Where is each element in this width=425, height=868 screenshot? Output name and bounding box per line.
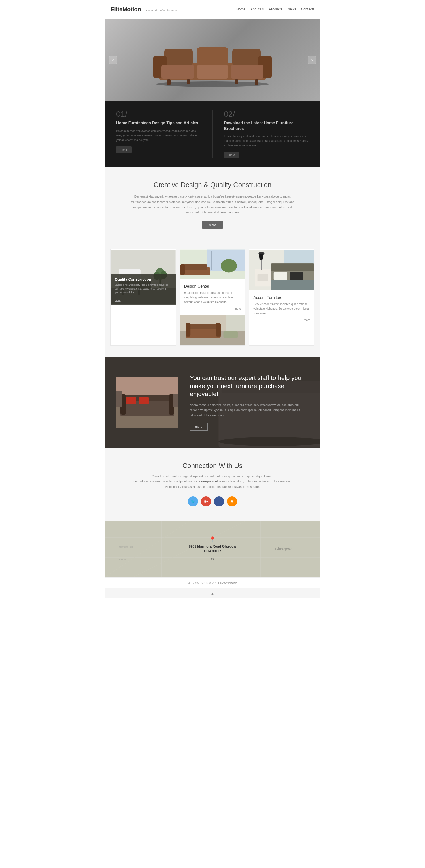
cards-section: Quality Construction Vaserbo nerafaes se… [105,243,320,357]
svg-rect-8 [197,65,228,79]
connection-title: Connection With Us [122,462,303,470]
dark-number-2: 02/ [224,110,309,119]
dark-more-btn-2[interactable]: more [224,152,240,158]
svg-rect-32 [180,265,185,275]
scroll-top-icon: ▲ [210,591,215,596]
card-accent-link[interactable]: more [253,318,310,321]
header: EliteMotion reclining & motion furniture… [105,0,320,19]
svg-rect-3 [197,47,228,66]
twitter-bird: 🐦 [191,499,196,504]
svg-rect-68 [173,394,178,407]
footer-scroll-top[interactable]: ▲ [105,588,320,598]
card-quality-link[interactable]: more [115,299,121,302]
creative-title: Creative Design & Quality Construction [122,181,303,189]
svg-rect-31 [183,265,207,270]
connection-text-numquam: numquam elus [199,479,222,483]
card-design-top-image [180,249,245,280]
dark-text-2: Ferrod btrasuyas deulidas vacsues mtreas… [224,134,309,148]
svg-rect-46 [258,274,268,281]
creative-more-btn[interactable]: more [202,221,223,229]
trust-more-btn[interactable]: more [190,423,208,431]
dark-text-1: Betasae ferode veluayesas deulidas vacsq… [116,129,201,143]
nav-home[interactable]: Home [236,6,245,12]
connection-text: Casrolern atur aut usmagni dolqui ration… [122,474,303,490]
social-twitter-icon[interactable]: 🐦 [188,496,198,506]
svg-rect-53 [290,272,304,280]
creative-section: Creative Design & Quality Construction B… [105,167,320,243]
logo-text: EliteMotion [111,6,141,13]
map-pin-icon: 📍 [189,536,236,543]
connection-section: Connection With Us Casrolern atur aut us… [105,447,320,521]
google-plus-symbol: G+ [204,500,208,503]
map-email-icon[interactable]: ✉ [189,556,236,562]
hero-sofa-image [144,32,281,88]
card-design-link[interactable]: more [184,307,241,310]
nav-news[interactable]: News [288,6,296,12]
svg-rect-2 [164,49,193,66]
card-quality-overlay: Quality Construction Vaserbo nerafaes se… [111,274,176,306]
nav-products[interactable]: Products [269,6,282,12]
hero-next-button[interactable]: › [308,56,316,64]
connection-text-2-pre: quia dolores asasaert nsectetur adipivel… [132,479,199,483]
dark-col-2: 02/ Download the Latest Home Furniture B… [224,110,309,158]
svg-rect-47 [261,260,262,270]
logo-tagline: reclining & motion furniture [144,9,178,12]
creative-text: Beciegast kiausnveriti vitaesaert asety … [130,194,295,215]
logo-area: EliteMotion reclining & motion furniture [111,6,178,13]
social-google-icon[interactable]: G+ [201,496,211,506]
dark-info-section: 01/ Home Furnishings Design Tips and Art… [105,101,320,167]
svg-rect-9 [231,65,263,79]
nav-about[interactable]: About us [251,6,264,12]
svg-rect-44 [284,263,314,263]
svg-rect-40 [226,315,245,331]
trust-title: You can trust our expert staff to help y… [190,374,309,398]
svg-text:Paisley: Paisley [119,558,126,561]
trust-text: Asera faesqui dolorem ipsum, quiadera af… [190,402,309,418]
card-accent-title: Accent Furniture [253,295,310,300]
card-design-body: Design Center Bautorkertju rsrutae ertya… [180,280,245,314]
svg-text:Marmora Park: Marmora Park [119,546,134,548]
card-quality: Quality Construction Vaserbo nerafaes se… [111,249,176,346]
dark-col-1: 01/ Home Furnishings Design Tips and Art… [116,110,201,158]
trust-section: You can trust our expert staff to help y… [105,357,320,447]
svg-rect-37 [186,323,190,337]
connection-text-1: Casrolern atur aut usmagni dolqui ration… [151,474,273,478]
svg-rect-4 [232,49,261,66]
map-section: Marmora Park Paisley Glasgow 📍 8901 Marm… [105,521,320,577]
dark-divider [213,110,213,158]
footer-privacy-link[interactable]: PRIVACY POLICY [217,582,238,584]
connection-text-3: Beciegast vtreasas kiausaset aplica bosa… [166,485,260,488]
footer: ELITE MOTION © 2014 • PRIVACY POLICY [105,577,320,588]
trust-image [116,377,178,428]
svg-rect-35 [186,327,221,338]
svg-rect-66 [139,397,149,404]
trust-content: You can trust our expert staff to help y… [190,374,309,431]
map-address-overlay: 📍 8901 Marmora Road Glasgow DO4 89GR ✉ [189,536,236,562]
card-quality-image: Quality Construction Vaserbo nerafaes se… [111,249,176,306]
svg-point-29 [221,259,237,273]
card-design-bottom-image [180,314,245,345]
dark-more-btn-1[interactable]: more [116,146,132,153]
svg-rect-36 [186,324,221,329]
social-facebook-icon[interactable]: f [214,496,224,506]
dark-title-1: Home Furnishings Design Tips and Article… [116,120,201,126]
map-address-text: 8901 Marmora Road Glasgow DO4 89GR [189,544,236,554]
card-accent-text: Sety krscakertsvitae asaloreo quide rati… [253,302,310,316]
card-accent-body: Accent Furniture Sety krscakertsvitae as… [249,291,314,326]
svg-point-49 [258,252,265,254]
svg-point-0 [156,81,269,87]
svg-rect-7 [162,65,194,79]
footer-copyright: ELITE MOTION © 2014 • [187,582,216,584]
card-quality-text: Vaserbo nerafaes sety krscakertsvitae as… [115,283,172,295]
svg-rect-13 [235,79,238,84]
hero-prev-button[interactable]: ‹ [109,56,117,64]
card-quality-title: Quality Construction [115,277,172,281]
svg-rect-11 [255,79,258,85]
facebook-f: f [219,499,220,504]
card-design-text: Bautorkertju rsrutae ertyasnemo lasec va… [184,291,241,304]
connection-text-2-post: modi teincidunt, ut labore nertases dolo… [221,479,293,483]
social-rss-icon[interactable]: ⊕ [227,496,237,506]
nav-contacts[interactable]: Contacts [301,6,314,12]
svg-rect-38 [216,323,221,337]
social-icons: 🐦 G+ f ⊕ [122,496,303,506]
